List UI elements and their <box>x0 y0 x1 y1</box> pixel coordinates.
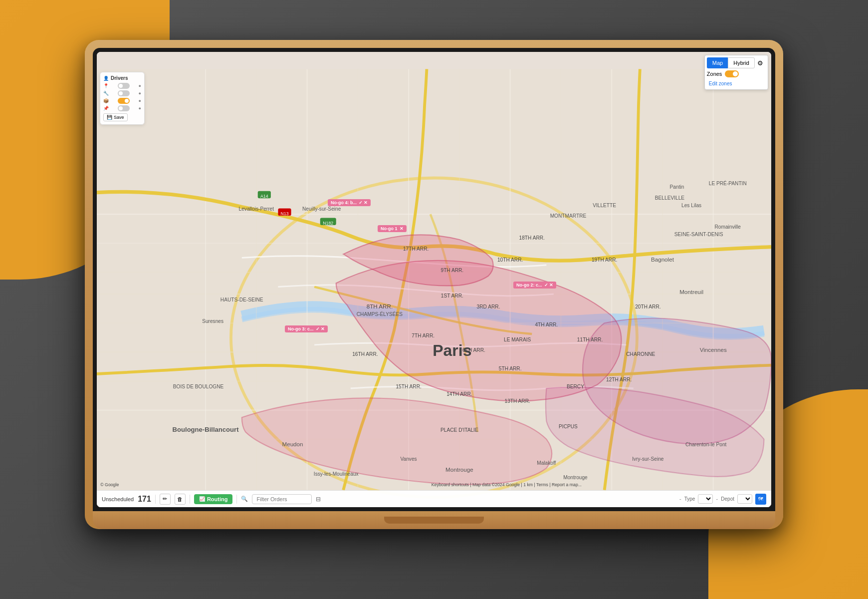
svg-text:14TH ARR.: 14TH ARR. <box>446 391 472 397</box>
zones-row: Zones <box>707 70 766 77</box>
map-type-row: Map Hybrid ⚙ <box>707 57 766 68</box>
svg-text:LE PRÉ-PANTIN: LE PRÉ-PANTIN <box>709 180 747 186</box>
svg-text:11TH ARR.: 11TH ARR. <box>577 337 603 342</box>
toggle-icon-3: 📦 <box>103 98 109 103</box>
svg-text:16TH ARR.: 16TH ARR. <box>352 351 378 357</box>
nogo2-close[interactable]: ✕ <box>549 283 553 288</box>
nogo2-check[interactable]: ✓ <box>544 283 548 288</box>
svg-text:Levallois-Perret: Levallois-Perret <box>239 206 274 212</box>
svg-text:Malakoff: Malakoff <box>537 460 556 466</box>
svg-text:20TH ARR.: 20TH ARR. <box>635 304 660 309</box>
svg-text:N13: N13 <box>281 211 289 216</box>
bottom-bar: Unscheduled 171 ✏ 🗑 📈 Routing 🔍 ⊟ <box>97 490 771 507</box>
svg-text:8TH ARR.: 8TH ARR. <box>367 303 393 309</box>
left-panel: 👤 Drivers 📍 ● 🔧 ● 📦 <box>100 72 145 125</box>
svg-text:© Google: © Google <box>100 482 119 487</box>
svg-text:12TH ARR.: 12TH ARR. <box>606 377 632 382</box>
toggle-row-1: 📍 ● <box>103 83 141 89</box>
svg-text:BELLEVILLE: BELLEVILLE <box>655 195 685 201</box>
toggle-row-4: 📌 ● <box>103 105 141 111</box>
nogo3-check[interactable]: ✓ <box>316 326 320 331</box>
svg-text:SEINE-SAINT-DENIS: SEINE-SAINT-DENIS <box>674 232 723 237</box>
edit-orders-btn[interactable]: ✏ <box>160 494 171 505</box>
svg-text:5TH ARR.: 5TH ARR. <box>499 366 522 371</box>
svg-text:Vincennes: Vincennes <box>700 346 727 353</box>
depot-select[interactable] <box>737 494 752 504</box>
toggle-4[interactable] <box>118 105 130 111</box>
svg-text:7TH ARR.: 7TH ARR. <box>412 333 434 338</box>
svg-text:Neuilly-sur-Seine: Neuilly-sur-Seine <box>302 206 341 212</box>
nogo1-close[interactable]: ✕ <box>400 226 404 231</box>
map-toggle-btn[interactable]: 🗺 <box>755 494 766 505</box>
map-type-hybrid-btn[interactable]: Hybrid <box>728 57 755 68</box>
svg-text:Charenton-le Pont: Charenton-le Pont <box>685 442 727 447</box>
svg-text:4TH ARR.: 4TH ARR. <box>535 322 558 327</box>
screen-bezel: Paris 8TH ARR. CHAMPS-ÉLYSÉES 1ST ARR. 7… <box>93 48 775 511</box>
toggle-row-2: 🔧 ● <box>103 90 141 96</box>
map-container: Paris 8TH ARR. CHAMPS-ÉLYSÉES 1ST ARR. 7… <box>97 52 771 507</box>
nogo4-check[interactable]: ✓ <box>359 200 363 205</box>
svg-text:Montrouge: Montrouge <box>445 466 473 473</box>
toggle-icon-4: 📌 <box>103 106 109 111</box>
svg-text:PICPUS: PICPUS <box>559 424 578 429</box>
filter-orders-input[interactable] <box>252 494 312 504</box>
toggle-1[interactable] <box>118 83 130 89</box>
type-select[interactable] <box>698 494 713 504</box>
svg-text:18TH ARR.: 18TH ARR. <box>519 235 545 241</box>
svg-text:Keyboard shortcuts | Map data : Keyboard shortcuts | Map data ©2024 Goog… <box>432 482 582 487</box>
svg-text:13TH ARR.: 13TH ARR. <box>504 398 530 404</box>
settings-icon-btn[interactable]: ⚙ <box>755 57 766 68</box>
svg-text:Suresnes: Suresnes <box>202 318 223 324</box>
svg-text:9TH ARR.: 9TH ARR. <box>440 268 463 273</box>
nogo4-close[interactable]: ✕ <box>364 200 368 205</box>
svg-text:N182: N182 <box>323 221 333 226</box>
svg-text:Montreuil: Montreuil <box>679 289 703 295</box>
dash-separator2: - <box>716 496 718 503</box>
routing-button[interactable]: 📈 Routing <box>194 494 233 504</box>
search-icon: 🔍 <box>241 496 248 502</box>
laptop-frame: Paris 8TH ARR. CHAMPS-ÉLYSÉES 1ST ARR. 7… <box>85 40 783 529</box>
svg-text:Meudon: Meudon <box>282 441 303 447</box>
edit-zones-btn[interactable]: Edit zones <box>707 80 734 87</box>
toggle-3[interactable] <box>118 98 130 104</box>
svg-text:HAUTS-DE-SEINE: HAUTS-DE-SEINE <box>220 297 263 302</box>
save-button[interactable]: 💾 Save <box>103 113 128 121</box>
toggle-2[interactable] <box>118 90 130 96</box>
trash-btn[interactable]: 🗑 <box>175 494 186 505</box>
svg-text:CHAMPS-ÉLYSÉES: CHAMPS-ÉLYSÉES <box>357 311 403 317</box>
dash-separator: - <box>679 496 681 503</box>
toggle-icon-2: 🔧 <box>103 91 109 96</box>
nogo1-label: No-go 1 ✕ <box>378 225 407 232</box>
svg-text:Bagnolet: Bagnolet <box>651 256 674 263</box>
depot-label: Depot <box>721 496 734 502</box>
svg-text:Montrouge: Montrouge <box>563 475 588 480</box>
svg-text:Romainville: Romainville <box>715 224 741 230</box>
zones-toggle[interactable] <box>725 70 739 77</box>
svg-text:A14: A14 <box>260 194 268 199</box>
svg-text:Ivry-sur-Seine: Ivry-sur-Seine <box>632 456 664 462</box>
map-svg: Paris 8TH ARR. CHAMPS-ÉLYSÉES 1ST ARR. 7… <box>97 52 771 507</box>
svg-text:6TH ARR.: 6TH ARR. <box>462 347 485 353</box>
svg-text:Pantin: Pantin <box>670 184 684 190</box>
svg-text:MONTMARTRE: MONTMARTRE <box>550 213 587 219</box>
svg-text:LE MARAIS: LE MARAIS <box>504 337 531 342</box>
svg-text:CHARONNE: CHARONNE <box>626 351 655 357</box>
nogo4-label: No-go 4: b... ✓ ✕ <box>328 199 371 206</box>
nogo3-label: No-go 3: c... ✓ ✕ <box>285 325 328 332</box>
svg-text:BERCY: BERCY <box>567 384 584 389</box>
svg-text:3RD ARR.: 3RD ARR. <box>477 304 500 309</box>
svg-text:Boulogne-Billancourt: Boulogne-Billancourt <box>173 426 239 433</box>
svg-text:Les Lilas: Les Lilas <box>681 203 701 208</box>
filter-icon: ⊟ <box>316 496 321 503</box>
laptop-screen: Paris 8TH ARR. CHAMPS-ÉLYSÉES 1ST ARR. 7… <box>97 52 771 507</box>
right-controls: - Type - Depot 🗺 <box>679 494 766 505</box>
map-type-map-btn[interactable]: Map <box>707 57 728 68</box>
svg-text:Issy-les-Moulineaux: Issy-les-Moulineaux <box>314 471 359 477</box>
svg-text:Vanves: Vanves <box>401 456 417 462</box>
svg-text:10TH ARR.: 10TH ARR. <box>497 257 523 263</box>
svg-text:1ST ARR.: 1ST ARR. <box>441 293 463 299</box>
unscheduled-count: 171 <box>138 495 151 504</box>
nogo3-close[interactable]: ✕ <box>321 326 325 331</box>
type-label: Type <box>684 496 695 502</box>
laptop-base <box>93 511 775 529</box>
